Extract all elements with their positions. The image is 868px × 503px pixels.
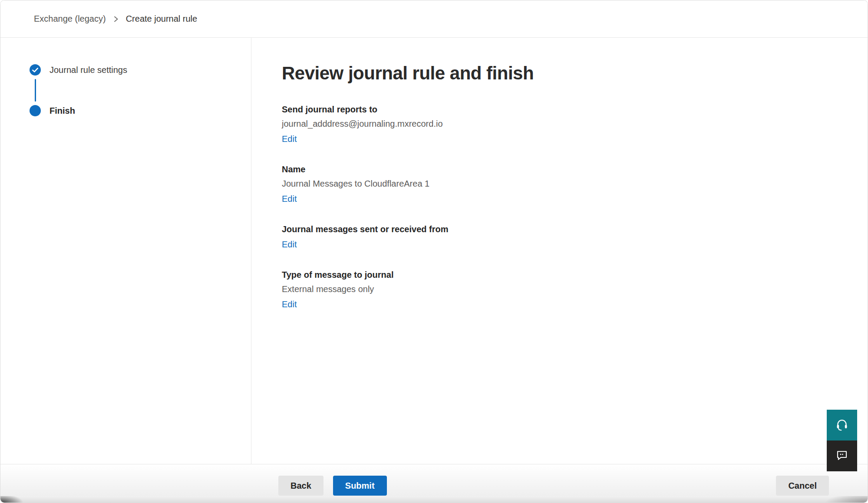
review-section-name: Name Journal Messages to CloudflareArea … bbox=[282, 164, 868, 204]
breadcrumb-bar: Exchange (legacy) Create journal rule bbox=[0, 0, 868, 38]
create-journal-rule-window: Exchange (legacy) Create journal rule Jo… bbox=[0, 0, 868, 503]
content-area: Journal rule settings Finish Review jour… bbox=[0, 38, 868, 464]
review-pane: Review journal rule and finish Send jour… bbox=[251, 38, 868, 464]
help-button[interactable] bbox=[827, 410, 857, 441]
step-label: Finish bbox=[50, 106, 75, 116]
breadcrumb: Exchange (legacy) Create journal rule bbox=[34, 14, 197, 24]
edit-message-type-link[interactable]: Edit bbox=[282, 299, 297, 310]
section-label: Name bbox=[282, 164, 868, 175]
side-widgets bbox=[827, 410, 857, 471]
wizard-step-finish[interactable]: Finish bbox=[30, 105, 251, 116]
wizard-step-journal-rule-settings[interactable]: Journal rule settings bbox=[30, 64, 251, 76]
section-value: External messages only bbox=[282, 283, 868, 295]
step-completed-check-icon bbox=[30, 64, 41, 76]
breadcrumb-exchange-legacy[interactable]: Exchange (legacy) bbox=[34, 14, 106, 24]
chat-bubble-icon bbox=[835, 449, 848, 463]
breadcrumb-current-page: Create journal rule bbox=[126, 14, 198, 24]
review-section-sent-or-received-from: Journal messages sent or received from E… bbox=[282, 224, 868, 250]
edit-send-reports-link[interactable]: Edit bbox=[282, 133, 297, 145]
section-label: Send journal reports to bbox=[282, 104, 868, 115]
step-label: Journal rule settings bbox=[50, 65, 127, 75]
feedback-button[interactable] bbox=[827, 441, 857, 471]
step-current-dot-icon bbox=[30, 105, 41, 116]
submit-button[interactable]: Submit bbox=[333, 476, 387, 496]
section-label: Type of message to journal bbox=[282, 269, 868, 280]
step-connector-line bbox=[35, 79, 36, 102]
back-button[interactable]: Back bbox=[278, 476, 323, 496]
edit-scope-link[interactable]: Edit bbox=[282, 239, 297, 250]
chevron-right-icon bbox=[113, 16, 119, 23]
window-bottom-edge bbox=[0, 496, 868, 503]
section-value: journal_adddress@journaling.mxrecord.io bbox=[282, 118, 868, 129]
review-section-send-reports-to: Send journal reports to journal_adddress… bbox=[282, 104, 868, 145]
wizard-step-nav: Journal rule settings Finish bbox=[0, 38, 251, 464]
footer-action-bar: Back Submit Cancel bbox=[0, 464, 868, 497]
headset-icon bbox=[835, 418, 849, 433]
review-section-message-type: Type of message to journal External mess… bbox=[282, 269, 868, 310]
page-title: Review journal rule and finish bbox=[282, 62, 868, 85]
section-value: Journal Messages to CloudflareArea 1 bbox=[282, 178, 868, 189]
edit-name-link[interactable]: Edit bbox=[282, 193, 297, 204]
section-label: Journal messages sent or received from bbox=[282, 224, 868, 235]
cancel-button[interactable]: Cancel bbox=[776, 476, 829, 496]
